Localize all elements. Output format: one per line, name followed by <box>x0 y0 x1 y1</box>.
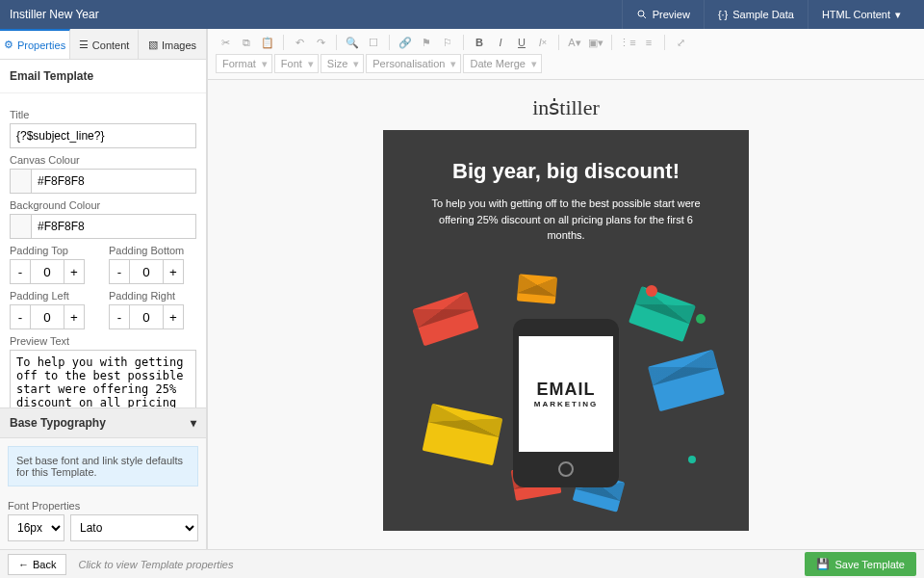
pad-bottom-plus[interactable]: + <box>163 259 184 284</box>
email-paragraph: To help you with getting off to the best… <box>422 196 710 244</box>
pad-bottom-label: Padding Bottom <box>109 245 196 256</box>
italic-icon[interactable]: I <box>491 33 510 52</box>
personalisation-select[interactable]: Personalisation <box>366 54 461 73</box>
search-icon <box>636 9 648 20</box>
bullet-list-icon[interactable]: ⋮≡ <box>618 33 637 52</box>
bg-colour-swatch[interactable] <box>10 214 31 239</box>
font-size-select[interactable]: 16px <box>8 514 64 541</box>
envelope-icon <box>412 291 478 346</box>
typography-tip: Set base font and link style defaults fo… <box>8 446 198 486</box>
preview-text-input[interactable]: To help you with getting off to the best… <box>10 350 196 407</box>
pad-top-label: Padding Top <box>10 245 97 256</box>
dot-icon <box>688 456 696 463</box>
pad-right-minus[interactable]: - <box>109 304 130 329</box>
pad-bottom-minus[interactable]: - <box>109 259 130 284</box>
editor-area: ✂ ⧉ 📋 ↶ ↷ 🔍 ☐ 🔗 ⚑ ⚐ B I U I× A▾ <box>207 29 924 549</box>
font-family-select[interactable]: Lato <box>70 514 198 541</box>
canvas[interactable]: inṡtiller Big year, big discount! To hel… <box>208 80 924 549</box>
page-title: Instiller New Year <box>10 8 622 21</box>
braces-icon: {·} <box>718 9 728 20</box>
pad-bottom-input[interactable] <box>130 259 163 284</box>
save-label: Save Template <box>834 559 905 570</box>
pad-left-input[interactable] <box>31 304 64 329</box>
svg-line-1 <box>643 15 646 18</box>
save-icon: 💾 <box>816 558 830 570</box>
undo-icon[interactable]: ↶ <box>290 33 309 52</box>
text-color-icon[interactable]: A▾ <box>565 33 584 52</box>
date-merge-select[interactable]: Date Merge <box>463 54 541 73</box>
pad-top-input[interactable] <box>31 259 64 284</box>
email-heading: Big year, big discount! <box>402 159 730 184</box>
select-all-icon[interactable]: ☐ <box>364 33 383 52</box>
paste-icon[interactable]: 📋 <box>258 33 277 52</box>
link-icon[interactable]: 🔗 <box>396 33 415 52</box>
pad-right-input[interactable] <box>130 304 163 329</box>
save-button[interactable]: 💾 Save Template <box>805 552 916 576</box>
phone-icon: EMAIL MARKETING <box>513 319 619 487</box>
tab-images-label: Images <box>162 39 196 51</box>
typography-accordion[interactable]: Base Typography ▾ <box>0 407 206 438</box>
envelope-icon <box>648 349 725 410</box>
section-heading: Email Template <box>0 60 206 93</box>
search-icon[interactable]: 🔍 <box>343 33 362 52</box>
sample-data-button[interactable]: {·} Sample Data <box>704 0 808 29</box>
toolbar: ✂ ⧉ 📋 ↶ ↷ 🔍 ☐ 🔗 ⚑ ⚐ B I U I× A▾ <box>208 29 924 80</box>
pad-top-stepper: - + <box>10 259 97 284</box>
footer: ← Back Click to view Template properties… <box>0 549 924 578</box>
bold-icon[interactable]: B <box>470 33 489 52</box>
chevron-down-icon: ▾ <box>191 416 196 430</box>
title-label: Title <box>10 109 196 120</box>
preview-text-label: Preview Text <box>10 335 196 347</box>
tab-properties[interactable]: ⚙ Properties <box>0 29 70 59</box>
top-bar: Instiller New Year Preview {·} Sample Da… <box>0 0 924 29</box>
image-icon: ▧ <box>148 39 158 51</box>
title-input[interactable] <box>10 123 196 148</box>
chevron-down-icon: ▾ <box>895 9 901 21</box>
mode-label: HTML Content <box>822 9 890 20</box>
typography-heading: Base Typography <box>10 416 106 430</box>
pad-left-stepper: - + <box>10 304 97 329</box>
tab-content-label: Content <box>92 39 130 51</box>
pad-left-plus[interactable]: + <box>64 304 85 329</box>
number-list-icon[interactable]: ≡ <box>639 33 658 52</box>
format-select[interactable]: Format <box>216 54 272 73</box>
pad-left-minus[interactable]: - <box>10 304 31 329</box>
back-button[interactable]: ← Back <box>8 554 66 575</box>
anchor-icon[interactable]: ⚑ <box>417 33 436 52</box>
tab-content[interactable]: ☰ Content <box>70 29 139 59</box>
home-button-icon <box>558 461 574 477</box>
font-select[interactable]: Font <box>274 54 319 73</box>
pad-right-stepper: - + <box>109 304 196 329</box>
size-select[interactable]: Size <box>321 54 364 73</box>
bg-color-icon[interactable]: ▣▾ <box>586 33 605 52</box>
preview-label: Preview <box>653 9 690 20</box>
preview-button[interactable]: Preview <box>622 0 704 29</box>
hero-illustration: EMAIL MARKETING <box>422 261 710 502</box>
pad-top-plus[interactable]: + <box>64 259 85 284</box>
bg-colour-label: Background Colour <box>10 199 196 211</box>
underline-icon[interactable]: U <box>512 33 531 52</box>
pad-top-minus[interactable]: - <box>10 259 31 284</box>
clear-format-icon[interactable]: I× <box>533 33 552 52</box>
tab-images[interactable]: ▧ Images <box>139 29 206 59</box>
canvas-colour-label: Canvas Colour <box>10 154 196 166</box>
envelope-icon <box>629 285 696 341</box>
pad-bottom-stepper: - + <box>109 259 196 284</box>
cut-icon[interactable]: ✂ <box>216 33 235 52</box>
brand-logo: inṡtiller <box>532 95 600 120</box>
pad-left-label: Padding Left <box>10 290 97 302</box>
canvas-colour-swatch[interactable] <box>10 169 31 194</box>
tab-properties-label: Properties <box>17 39 65 51</box>
list-icon: ☰ <box>79 39 89 51</box>
pad-right-plus[interactable]: + <box>163 304 184 329</box>
flag-icon[interactable]: ⚐ <box>438 33 457 52</box>
copy-icon[interactable]: ⧉ <box>237 33 256 52</box>
envelope-icon <box>517 274 557 303</box>
bg-colour-input[interactable] <box>31 214 196 239</box>
redo-icon[interactable]: ↷ <box>311 33 330 52</box>
canvas-colour-input[interactable] <box>31 169 196 194</box>
sidebar-tabs: ⚙ Properties ☰ Content ▧ Images <box>0 29 206 60</box>
mode-dropdown[interactable]: HTML Content ▾ <box>808 0 914 29</box>
expand-icon[interactable]: ⤢ <box>671 33 690 52</box>
phone-text-small: MARKETING <box>534 400 598 408</box>
